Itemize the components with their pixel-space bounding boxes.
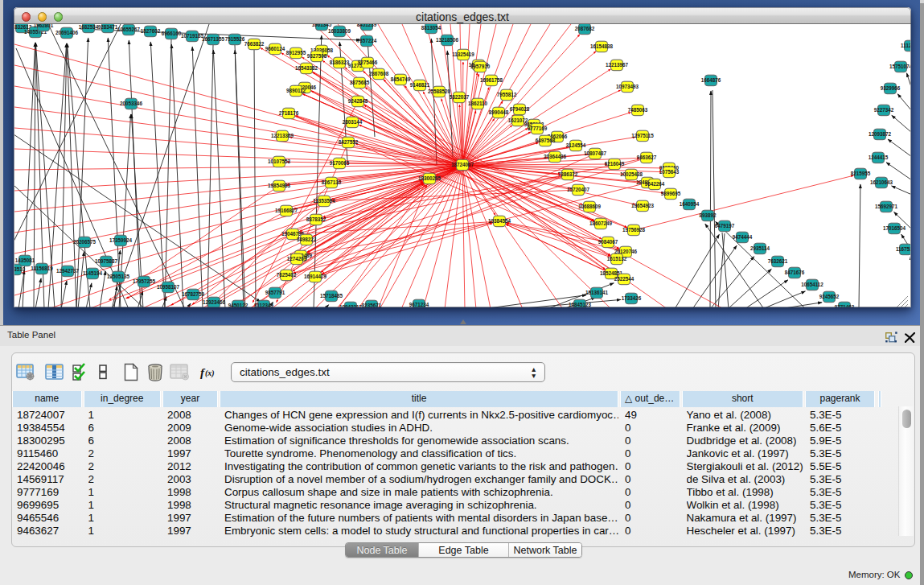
- svg-text:(x): (x): [205, 369, 215, 378]
